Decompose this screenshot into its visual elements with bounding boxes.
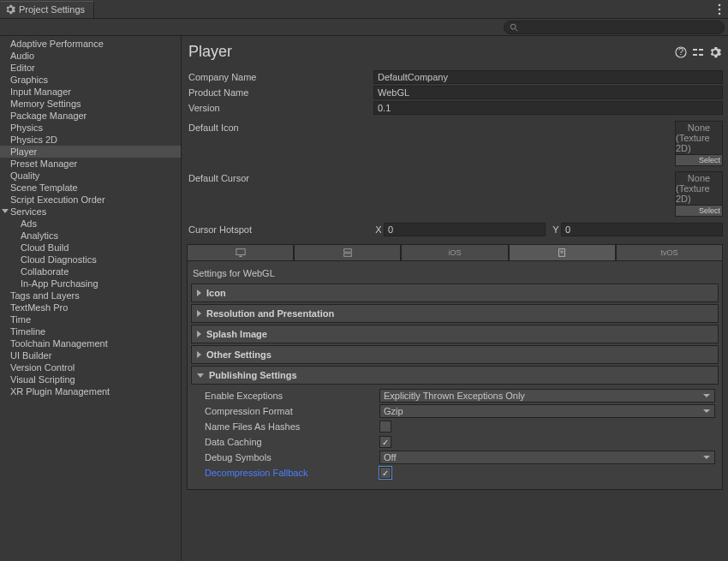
enable-exceptions-dropdown[interactable]: Explicitly Thrown Exceptions Only xyxy=(379,389,715,403)
sidebar-item-adaptive-performance[interactable]: Adaptive Performance xyxy=(0,38,181,50)
svg-rect-11 xyxy=(236,249,244,255)
platform-tab-ios[interactable]: iOS xyxy=(401,244,508,261)
sidebar-item-cloud-build[interactable]: Cloud Build xyxy=(0,242,181,254)
help-icon[interactable]: ? xyxy=(675,46,687,58)
sidebar-item-audio[interactable]: Audio xyxy=(0,50,181,62)
default-icon-preview[interactable]: None (Texture 2D) xyxy=(675,121,723,155)
window-menu-button[interactable] xyxy=(711,3,728,15)
search-bar xyxy=(0,19,728,36)
sidebar-item-in-app-purchasing[interactable]: In-App Purchasing xyxy=(0,278,181,289)
settings-gear-icon[interactable] xyxy=(709,46,721,58)
sidebar-item-xr-plugin-management[interactable]: XR Plugin Management xyxy=(0,385,181,397)
search-icon xyxy=(510,23,518,32)
data-caching-checkbox[interactable] xyxy=(379,436,391,448)
product-name-input[interactable] xyxy=(373,86,723,99)
sidebar-item-scene-template[interactable]: Scene Template xyxy=(0,182,181,194)
section-other[interactable]: Other Settings xyxy=(191,345,719,364)
monitor-icon xyxy=(236,248,246,258)
hotspot-x-input[interactable] xyxy=(384,223,546,236)
company-name-label: Company Name xyxy=(187,72,373,82)
platform-tab-tvos[interactable]: tvOS xyxy=(616,244,723,261)
debug-symbols-dropdown[interactable]: Off xyxy=(379,451,715,464)
search-input[interactable] xyxy=(504,21,725,34)
sidebar-item-memory-settings[interactable]: Memory Settings xyxy=(0,98,181,110)
name-files-checkbox[interactable] xyxy=(379,421,391,433)
svg-rect-7 xyxy=(693,49,697,51)
version-input[interactable] xyxy=(373,101,723,115)
svg-point-0 xyxy=(719,3,721,6)
sidebar-item-cloud-diagnostics[interactable]: Cloud Diagnostics xyxy=(0,254,181,266)
sidebar-item-collaborate[interactable]: Collaborate xyxy=(0,266,181,278)
tab-title: Project Settings xyxy=(19,4,85,15)
platform-tabstrip: iOS tvOS xyxy=(187,244,723,261)
sidebar-item-preset-manager[interactable]: Preset Manager xyxy=(0,158,181,170)
svg-point-3 xyxy=(510,24,516,29)
sidebar-item-script-execution-order[interactable]: Script Execution Order xyxy=(0,194,181,206)
svg-rect-14 xyxy=(344,254,352,256)
default-icon-label: Default Icon xyxy=(187,121,373,133)
version-label: Version xyxy=(187,103,373,113)
decompression-fallback-checkbox[interactable] xyxy=(379,467,391,479)
sidebar-item-version-control[interactable]: Version Control xyxy=(0,361,181,373)
default-cursor-select-button[interactable]: Select xyxy=(675,205,723,217)
sidebar-item-services[interactable]: Services xyxy=(0,206,181,218)
platform-tab-server[interactable] xyxy=(294,244,401,261)
name-files-label: Name Files As Hashes xyxy=(205,421,379,432)
section-publishing[interactable]: Publishing Settings xyxy=(191,366,719,385)
svg-line-4 xyxy=(516,28,518,31)
publishing-settings-body: Enable Exceptions Explicitly Thrown Exce… xyxy=(191,386,719,484)
sidebar-item-editor[interactable]: Editor xyxy=(0,62,181,74)
settings-content: Player ? Company Name Product Name Versi… xyxy=(182,36,728,561)
platform-tab-webgl[interactable] xyxy=(509,244,616,261)
titlebar: Project Settings xyxy=(0,0,728,19)
sidebar-item-visual-scripting[interactable]: Visual Scripting xyxy=(0,373,181,385)
sidebar-item-physics[interactable]: Physics xyxy=(0,122,181,134)
debug-symbols-label: Debug Symbols xyxy=(205,452,379,463)
server-icon xyxy=(343,248,353,258)
svg-point-1 xyxy=(719,8,721,10)
settings-sidebar: Adaptive PerformanceAudioEditorGraphicsI… xyxy=(0,36,182,561)
sidebar-item-graphics[interactable]: Graphics xyxy=(0,74,181,86)
default-cursor-label: Default Cursor xyxy=(187,171,373,183)
product-name-label: Product Name xyxy=(187,87,373,98)
hotspot-y-input[interactable] xyxy=(561,223,723,236)
sidebar-item-ui-builder[interactable]: UI Builder xyxy=(0,349,181,361)
data-caching-label: Data Caching xyxy=(205,437,379,447)
svg-rect-9 xyxy=(693,54,697,56)
sidebar-item-time[interactable]: Time xyxy=(0,313,181,325)
svg-rect-8 xyxy=(699,49,703,51)
sidebar-item-tags-and-layers[interactable]: Tags and Layers xyxy=(0,289,181,301)
gear-icon xyxy=(5,4,15,15)
project-settings-tab[interactable]: Project Settings xyxy=(0,1,94,18)
hotspot-x-label: X xyxy=(373,224,384,235)
compression-format-label: Compression Format xyxy=(205,406,379,416)
hotspot-y-label: Y xyxy=(551,224,561,235)
sidebar-item-player[interactable]: Player xyxy=(0,146,181,158)
settings-for-label: Settings for WebGL xyxy=(191,266,719,283)
webgl-icon xyxy=(557,248,567,258)
svg-rect-13 xyxy=(344,249,352,252)
compression-format-dropdown[interactable]: Gzip xyxy=(379,404,715,418)
section-icon[interactable]: Icon xyxy=(191,283,719,302)
default-icon-select-button[interactable]: Select xyxy=(675,154,723,166)
sidebar-item-analytics[interactable]: Analytics xyxy=(0,230,181,242)
svg-point-2 xyxy=(719,12,721,15)
default-cursor-preview[interactable]: None (Texture 2D) xyxy=(675,171,723,206)
sidebar-item-quality[interactable]: Quality xyxy=(0,170,181,182)
cursor-hotspot-label: Cursor Hotspot xyxy=(187,224,373,235)
sidebar-item-physics-2d[interactable]: Physics 2D xyxy=(0,134,181,146)
svg-text:?: ? xyxy=(678,46,683,57)
platform-tab-standalone[interactable] xyxy=(187,244,294,261)
sidebar-item-package-manager[interactable]: Package Manager xyxy=(0,110,181,122)
sidebar-item-timeline[interactable]: Timeline xyxy=(0,325,181,337)
sidebar-item-textmesh-pro[interactable]: TextMesh Pro xyxy=(0,301,181,313)
company-name-input[interactable] xyxy=(373,70,723,84)
sidebar-item-input-manager[interactable]: Input Manager xyxy=(0,86,181,98)
section-resolution[interactable]: Resolution and Presentation xyxy=(191,304,719,323)
presets-icon[interactable] xyxy=(692,46,704,58)
sidebar-item-toolchain-management[interactable]: Toolchain Management xyxy=(0,337,181,349)
page-title: Player xyxy=(188,43,232,61)
sidebar-item-ads[interactable]: Ads xyxy=(0,218,181,230)
enable-exceptions-label: Enable Exceptions xyxy=(205,391,379,401)
section-splash[interactable]: Splash Image xyxy=(191,325,719,343)
